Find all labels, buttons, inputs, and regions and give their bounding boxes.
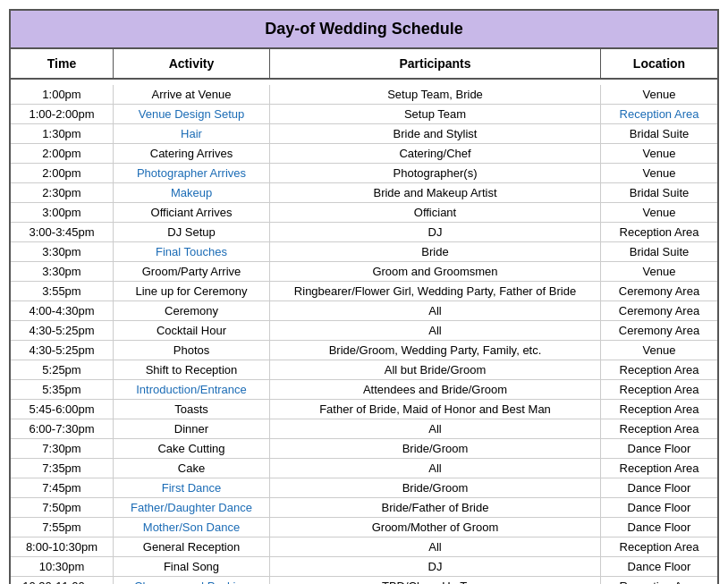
- table-cell: Final Touches: [114, 242, 270, 261]
- table-cell: All: [270, 321, 601, 340]
- table-cell: All: [270, 537, 601, 556]
- table-cell: Officiant: [270, 203, 601, 222]
- table-cell: Venue: [601, 85, 717, 104]
- table-cell: 7:45pm: [11, 478, 114, 497]
- table-cell: Reception Area: [601, 223, 717, 241]
- table-row: 3:55pmLine up for CeremonyRingbearer/Flo…: [11, 282, 717, 301]
- table-cell: Catering/Chef: [270, 144, 601, 163]
- table-cell: Photos: [114, 341, 270, 360]
- table-cell: 5:25pm: [11, 360, 114, 379]
- table-cell: 1:00pm: [11, 85, 114, 104]
- table-cell: Groom and Groomsmen: [270, 262, 601, 281]
- table-cell: 4:30-5:25pm: [11, 321, 114, 340]
- table-row: 10:30pmFinal SongDJDance Floor: [11, 557, 717, 577]
- table-cell: Bride and Makeup Artist: [270, 183, 601, 202]
- table-row: 1:30pmHairBride and StylistBridal Suite: [11, 124, 717, 144]
- table-cell: Photographer(s): [270, 164, 601, 182]
- table-row: 5:45-6:00pmToastsFather of Bride, Maid o…: [11, 400, 717, 419]
- table-cell: Venue Design Setup: [114, 105, 270, 123]
- table-row: 10:30-11:00pmClean-up and PackingTBD/Cle…: [11, 577, 717, 584]
- table-cell: Bride: [270, 242, 601, 261]
- table-cell: Ceremony Area: [601, 282, 717, 300]
- table-cell: 5:35pm: [11, 380, 114, 399]
- table-row: 5:35pmIntroduction/EntranceAttendees and…: [11, 380, 717, 400]
- table-cell: Mother/Son Dance: [114, 518, 270, 537]
- table-cell: Reception Area: [601, 577, 717, 584]
- table-cell: Father of Bride, Maid of Honor and Best …: [270, 400, 601, 419]
- table-row: 3:00-3:45pmDJ SetupDJReception Area: [11, 223, 717, 242]
- table-row: 1:00-2:00pmVenue Design SetupSetup TeamR…: [11, 105, 717, 124]
- table-cell: Dance Floor: [601, 439, 717, 458]
- table-cell: 3:30pm: [11, 262, 114, 281]
- table-cell: 1:00-2:00pm: [11, 105, 114, 123]
- table-cell: Groom/Party Arrive: [114, 262, 270, 281]
- table-cell: Venue: [601, 203, 717, 222]
- table-cell: Catering Arrives: [114, 144, 270, 163]
- table-cell: Dance Floor: [601, 557, 717, 576]
- table-row: 8:00-10:30pmGeneral ReceptionAllReceptio…: [11, 537, 717, 557]
- table-cell: Ringbearer/Flower Girl, Wedding Party, F…: [270, 282, 601, 300]
- table-cell: 2:00pm: [11, 144, 114, 163]
- table-row: 7:45pmFirst DanceBride/GroomDance Floor: [11, 478, 717, 498]
- table-cell: Ceremony: [114, 301, 270, 320]
- table-cell: Reception Area: [601, 380, 717, 399]
- table-cell: Dinner: [114, 419, 270, 438]
- table-row: 7:30pmCake CuttingBride/GroomDance Floor: [11, 439, 717, 459]
- table-row: 3:30pmGroom/Party ArriveGroom and Grooms…: [11, 262, 717, 282]
- table-cell: Makeup: [114, 183, 270, 202]
- table-row: 2:30pmMakeupBride and Makeup ArtistBrida…: [11, 183, 717, 203]
- table-cell: Reception Area: [601, 537, 717, 556]
- table-cell: Setup Team: [270, 105, 601, 123]
- table-cell: General Reception: [114, 537, 270, 556]
- table-cell: Officiant Arrives: [114, 203, 270, 222]
- table-cell: Venue: [601, 262, 717, 281]
- table-cell: Reception Area: [601, 400, 717, 419]
- table-cell: 7:50pm: [11, 498, 114, 517]
- table-row: 7:35pmCakeAllReception Area: [11, 459, 717, 478]
- table-cell: Cocktail Hour: [114, 321, 270, 340]
- table-cell: Setup Team, Bride: [270, 85, 601, 104]
- table-cell: Hair: [114, 124, 270, 143]
- table-cell: TBD/Clean Up Team: [270, 577, 601, 584]
- table-cell: 7:55pm: [11, 518, 114, 537]
- table-row: 7:50pmFather/Daughter DanceBride/Father …: [11, 498, 717, 518]
- table-cell: DJ: [270, 557, 601, 576]
- table-cell: 5:45-6:00pm: [11, 400, 114, 419]
- table-row: 4:00-4:30pmCeremonyAllCeremony Area: [11, 301, 717, 321]
- table-cell: Bridal Suite: [601, 124, 717, 143]
- table-cell: 6:00-7:30pm: [11, 419, 114, 438]
- table-cell: 10:30-11:00pm: [11, 577, 114, 584]
- table-cell: DJ Setup: [114, 223, 270, 241]
- table-cell: 2:00pm: [11, 164, 114, 182]
- table-cell: Reception Area: [601, 105, 717, 123]
- header-activity: Activity: [114, 49, 270, 78]
- schedule-body: 1:00pmArrive at VenueSetup Team, BrideVe…: [11, 80, 717, 584]
- table-cell: Cake Cutting: [114, 439, 270, 458]
- header-location: Location: [601, 49, 717, 78]
- table-cell: All: [270, 301, 601, 320]
- table-row: 4:30-5:25pmCocktail HourAllCeremony Area: [11, 321, 717, 341]
- table-cell: 10:30pm: [11, 557, 114, 576]
- table-cell: Cake: [114, 459, 270, 478]
- table-cell: DJ: [270, 223, 601, 241]
- table-cell: All: [270, 419, 601, 438]
- table-cell: Bridal Suite: [601, 183, 717, 202]
- table-row: 1:00pmArrive at VenueSetup Team, BrideVe…: [11, 85, 717, 105]
- table-cell: 2:30pm: [11, 183, 114, 202]
- table-cell: 3:00-3:45pm: [11, 223, 114, 241]
- table-row: 3:00pmOfficiant ArrivesOfficiantVenue: [11, 203, 717, 223]
- table-cell: Venue: [601, 341, 717, 360]
- table-cell: Shift to Reception: [114, 360, 270, 379]
- table-cell: Father/Daughter Dance: [114, 498, 270, 517]
- table-cell: Reception Area: [601, 360, 717, 379]
- schedule-title: Day-of Wedding Schedule: [11, 11, 717, 49]
- table-cell: Venue: [601, 164, 717, 182]
- table-row: 4:30-5:25pmPhotosBride/Groom, Wedding Pa…: [11, 341, 717, 360]
- table-cell: 3:30pm: [11, 242, 114, 261]
- table-cell: Ceremony Area: [601, 301, 717, 320]
- table-row: 3:30pmFinal TouchesBrideBridal Suite: [11, 242, 717, 262]
- table-cell: Dance Floor: [601, 518, 717, 537]
- table-cell: Arrive at Venue: [114, 85, 270, 104]
- table-cell: 3:55pm: [11, 282, 114, 300]
- table-cell: Reception Area: [601, 459, 717, 478]
